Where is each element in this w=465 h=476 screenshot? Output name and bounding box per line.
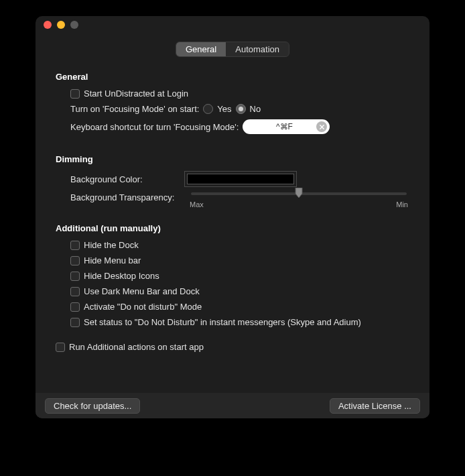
section-dimming-header: Dimming	[56, 154, 409, 164]
zoom-icon[interactable]	[70, 21, 78, 29]
slider-max-label: Max	[190, 200, 204, 209]
shortcut-field[interactable]: ^⌘F	[243, 119, 330, 134]
bg-trans-label: Background Transparency:	[70, 192, 178, 202]
titlebar	[36, 16, 429, 34]
bottom-bar: Check for updates... Activate License ..…	[36, 393, 429, 418]
tab-bar: General Automation	[36, 42, 429, 57]
run-on-start-checkbox[interactable]	[56, 343, 65, 352]
transparency-slider[interactable]	[191, 192, 407, 195]
preferences-window: General Automation General Start UnDistr…	[36, 16, 429, 418]
focus-yes-label: Yes	[217, 104, 231, 114]
start-at-login-label: Start UnDistracted at Login	[84, 88, 188, 99]
hide-menubar-checkbox[interactable]	[70, 256, 80, 265]
clear-shortcut-icon[interactable]	[316, 121, 327, 132]
activate-license-button[interactable]: Activate License ...	[330, 398, 420, 414]
focus-yes-radio[interactable]	[203, 104, 213, 114]
check-updates-button[interactable]: Check for updates...	[45, 398, 140, 414]
run-on-start-label: Run Additional actions on start app	[69, 342, 204, 352]
dark-menu-label: Use Dark Menu Bar and Dock	[84, 286, 200, 296]
start-at-login-checkbox[interactable]	[70, 89, 80, 99]
dnd-checkbox[interactable]	[70, 302, 80, 312]
section-additional-header: Additional (run manually)	[56, 223, 409, 233]
dnd-label: Activate "Do not disturb" Mode	[84, 302, 202, 312]
slider-thumb-icon[interactable]	[295, 188, 303, 198]
hide-dock-label: Hide the Dock	[84, 240, 139, 250]
focus-no-label: No	[250, 104, 261, 114]
shortcut-value: ^⌘F	[252, 122, 316, 131]
hide-desktop-label: Hide Desktop Icons	[84, 271, 159, 281]
bg-color-label: Background Color:	[70, 174, 178, 184]
im-dnd-label: Set status to "Do Not Disturb" in instan…	[84, 317, 361, 327]
hide-menubar-label: Hide Menu bar	[84, 255, 141, 265]
minimize-icon[interactable]	[57, 21, 65, 29]
section-general-header: General	[56, 72, 409, 82]
dark-menu-checkbox[interactable]	[70, 287, 80, 296]
slider-min-label: Min	[396, 200, 408, 209]
focus-no-radio[interactable]	[236, 104, 246, 114]
hide-desktop-checkbox[interactable]	[70, 272, 80, 281]
focus-on-start-label: Turn on 'Focusing Mode' on start:	[70, 104, 199, 114]
tab-automation[interactable]: Automation	[226, 42, 289, 56]
shortcut-label: Keyboard shortcut for turn 'Focusing Mod…	[70, 122, 239, 132]
im-dnd-checkbox[interactable]	[70, 318, 80, 327]
bg-color-well[interactable]	[184, 171, 297, 187]
close-icon[interactable]	[44, 21, 52, 29]
hide-dock-checkbox[interactable]	[70, 241, 80, 250]
tab-general[interactable]: General	[176, 42, 226, 56]
